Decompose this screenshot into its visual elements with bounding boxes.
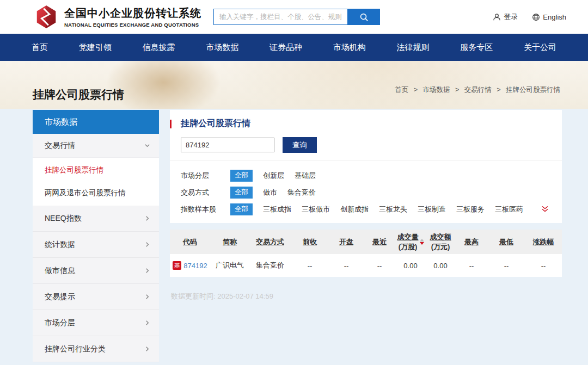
main-nav: 首页 党建引领 信息披露 市场数据 证券品种 市场机构 法律规则 服务专区 关于… xyxy=(0,34,588,61)
filter-label: 市场分层 xyxy=(181,171,230,181)
filter-option[interactable]: 三板成指 xyxy=(263,205,291,214)
col-name[interactable]: 简称 xyxy=(223,238,237,246)
filter-option[interactable]: 做市 xyxy=(263,188,277,197)
filter-option[interactable]: 三板服务 xyxy=(456,205,485,214)
filter-option[interactable]: 创新层 xyxy=(263,171,284,181)
sort-up-icon xyxy=(420,239,424,242)
col-low[interactable]: 最低 xyxy=(499,238,513,246)
nav-item-securities[interactable]: 证券品种 xyxy=(270,42,302,53)
sidebar-item-market-making[interactable]: 做市信息 xyxy=(33,258,159,284)
nav-item-about[interactable]: 关于公司 xyxy=(524,42,556,53)
content: 市场数据 交易行情 挂牌公司股票行情 两网及退市公司股票行情 NEEQ指数 统计… xyxy=(0,109,588,365)
cell-low: -- xyxy=(488,254,525,277)
col-latest[interactable]: 最近 xyxy=(372,238,387,246)
sort-down-icon xyxy=(420,242,424,245)
nav-item-services[interactable]: 服务专区 xyxy=(460,42,493,53)
sidebar-subitem-delisted-quotes[interactable]: 两网及退市公司股票行情 xyxy=(33,182,159,205)
quotes-table-card: 代码 简称 交易方式 前收 开盘 最近 成交量 (万股) xyxy=(170,230,562,277)
sidebar-submenu: 挂牌公司股票行情 两网及退市公司股票行情 xyxy=(33,158,159,206)
col-high[interactable]: 最高 xyxy=(464,238,479,246)
sidebar-item-label: NEEQ指数 xyxy=(45,214,82,224)
col-code[interactable]: 代码 xyxy=(183,238,197,246)
breadcrumb-market-data[interactable]: 市场数据 xyxy=(422,86,450,94)
nav-item-home[interactable]: 首页 xyxy=(32,42,48,53)
chevron-right-icon xyxy=(144,320,150,326)
nav-item-institutions[interactable]: 市场机构 xyxy=(333,42,366,53)
query-card: 挂牌公司股票行情 查询 市场分层 全部 创新层 基础层 交易方式 xyxy=(170,110,562,223)
filter-option[interactable]: 基础层 xyxy=(295,171,316,181)
filter-option[interactable]: 创新成指 xyxy=(340,205,369,214)
top-links: 登录 English xyxy=(493,12,566,22)
site-search-button[interactable] xyxy=(347,9,380,25)
filter-option-all[interactable]: 全部 xyxy=(230,203,253,215)
query-button[interactable]: 查询 xyxy=(283,137,317,153)
cell-prev-close: -- xyxy=(291,254,329,277)
breadcrumb-separator: > xyxy=(455,86,459,94)
nav-item-disclosure[interactable]: 信息披露 xyxy=(143,42,175,53)
breadcrumb-trading[interactable]: 交易行情 xyxy=(464,86,492,94)
filter-option[interactable]: 三板做市 xyxy=(302,205,330,214)
sidebar-item-trading-quotes[interactable]: 交易行情 xyxy=(33,134,159,158)
col-change[interactable]: 涨跌幅 xyxy=(533,238,554,246)
cell-latest: -- xyxy=(364,254,395,277)
chevron-right-icon xyxy=(144,294,150,300)
language-link[interactable]: English xyxy=(532,13,566,21)
section-title: 挂牌公司股票行情 xyxy=(181,118,250,129)
login-label: 登录 xyxy=(504,12,518,22)
page-title: 挂牌公司股票行情 xyxy=(33,87,124,102)
top-header: 全国中小企业股份转让系统 NATIONAL EQUITIES EXCHANGE … xyxy=(0,0,588,34)
sidebar-item-trading-alerts[interactable]: 交易提示 xyxy=(33,284,159,310)
sidebar-item-market-tiers[interactable]: 市场分层 xyxy=(33,310,159,336)
sidebar-item-label: 统计数据 xyxy=(45,240,75,250)
filter-option[interactable]: 三板龙头 xyxy=(379,205,407,214)
search-icon xyxy=(359,13,369,22)
cell-open: -- xyxy=(329,254,364,277)
breadcrumb-separator: > xyxy=(497,86,500,94)
neeq-logo-icon xyxy=(34,4,59,29)
filter-option[interactable]: 集合竞价 xyxy=(287,188,316,197)
cell-high: -- xyxy=(455,254,488,277)
stock-code-input[interactable] xyxy=(181,138,274,152)
breadcrumb-home[interactable]: 首页 xyxy=(395,86,408,94)
filter-label: 交易方式 xyxy=(181,188,230,197)
data-update-time: 数据更新时间: 2025-02-07 14:59 xyxy=(171,292,562,301)
logo[interactable]: 全国中小企业股份转让系统 NATIONAL EQUITIES EXCHANGE … xyxy=(34,4,201,29)
breadcrumb: 首页 > 市场数据 > 交易行情 > 挂牌公司股票行情 xyxy=(393,85,562,95)
sidebar-item-industry-classification[interactable]: 挂牌公司行业分类 xyxy=(33,336,159,362)
col-volume[interactable]: 成交量 (万股) xyxy=(397,232,419,251)
filter-option[interactable]: 三板医药 xyxy=(495,205,523,214)
cell-amount: 0.00 xyxy=(426,254,455,277)
filter-option[interactable]: 三板制造 xyxy=(418,205,446,214)
cell-change: -- xyxy=(525,254,562,277)
site-search xyxy=(213,9,380,25)
filters: 市场分层 全部 创新层 基础层 交易方式 全部 做市 集合竞价 指数样本股 全部 xyxy=(170,160,562,223)
sidebar-item-label: 市场分层 xyxy=(45,318,75,328)
sort-volume-icon[interactable] xyxy=(420,239,424,245)
chevron-right-icon xyxy=(144,215,150,221)
sidebar-subitem-listed-quotes[interactable]: 挂牌公司股票行情 xyxy=(33,159,159,182)
expand-filters-icon[interactable] xyxy=(541,206,549,213)
col-amount[interactable]: 成交额 (万元) xyxy=(430,233,451,251)
nav-item-party[interactable]: 党建引领 xyxy=(79,42,112,53)
col-trade-method[interactable]: 交易方式 xyxy=(256,238,284,246)
nav-item-market-data[interactable]: 市场数据 xyxy=(206,42,238,53)
breadcrumb-current: 挂牌公司股票行情 xyxy=(506,86,560,94)
site-search-input[interactable] xyxy=(213,9,347,25)
col-prev-close[interactable]: 前收 xyxy=(303,238,317,246)
login-link[interactable]: 登录 xyxy=(493,12,518,22)
col-open[interactable]: 开盘 xyxy=(339,238,353,246)
title-accent-bar xyxy=(170,120,171,128)
stock-code-link[interactable]: 874192 xyxy=(183,262,207,270)
filter-option-all[interactable]: 全部 xyxy=(230,187,253,199)
sidebar-item-label: 交易行情 xyxy=(45,141,75,151)
table-header-row: 代码 简称 交易方式 前收 开盘 最近 成交量 (万股) xyxy=(170,230,562,254)
table-row: 基 874192 广识电气 集合竞价 -- -- -- 0.00 0.00 xyxy=(170,254,562,277)
banner: 挂牌公司股票行情 首页 > 市场数据 > 交易行情 > 挂牌公司股票行情 xyxy=(0,61,588,109)
breadcrumb-separator: > xyxy=(414,86,418,94)
nav-item-rules[interactable]: 法律规则 xyxy=(397,42,430,53)
sidebar-item-neeq-index[interactable]: NEEQ指数 xyxy=(33,206,159,232)
filter-label: 指数样本股 xyxy=(181,205,230,214)
section-title-row: 挂牌公司股票行情 xyxy=(170,110,562,129)
sidebar-item-statistics[interactable]: 统计数据 xyxy=(33,232,159,258)
filter-option-all[interactable]: 全部 xyxy=(230,170,253,182)
